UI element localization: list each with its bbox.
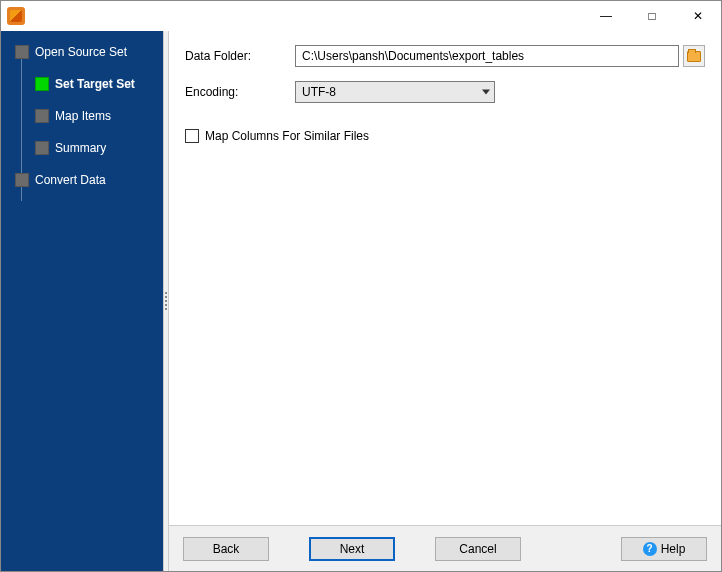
sidebar-item-label: Open Source Set — [35, 45, 127, 59]
data-folder-label: Data Folder: — [185, 49, 295, 63]
sidebar-item-summary[interactable]: Summary — [1, 135, 163, 161]
map-columns-checkbox[interactable] — [185, 129, 199, 143]
map-columns-row[interactable]: Map Columns For Similar Files — [185, 129, 705, 143]
close-button[interactable]: ✕ — [675, 1, 721, 31]
step-box-icon — [35, 141, 49, 155]
encoding-select-value: UTF-8 — [295, 81, 495, 103]
sidebar-item-convert-data[interactable]: Convert Data — [1, 167, 163, 193]
app-icon — [7, 7, 25, 25]
encoding-label: Encoding: — [185, 85, 295, 99]
back-button-label: Back — [213, 542, 240, 556]
next-button-label: Next — [340, 542, 365, 556]
sidebar-item-label: Set Target Set — [55, 77, 135, 91]
sidebar-item-map-items[interactable]: Map Items — [1, 103, 163, 129]
cancel-button-label: Cancel — [459, 542, 496, 556]
browse-folder-button[interactable] — [683, 45, 705, 67]
encoding-select[interactable]: UTF-8 — [295, 81, 495, 103]
wizard-sidebar: Open Source Set Set Target Set Map Items… — [1, 31, 163, 571]
sidebar-item-set-target-set[interactable]: Set Target Set — [1, 71, 163, 97]
data-folder-input[interactable] — [295, 45, 679, 67]
window-controls: — □ ✕ — [583, 1, 721, 31]
cancel-button[interactable]: Cancel — [435, 537, 521, 561]
next-button[interactable]: Next — [309, 537, 395, 561]
help-button[interactable]: ? Help — [621, 537, 707, 561]
back-button[interactable]: Back — [183, 537, 269, 561]
maximize-button[interactable]: □ — [629, 1, 675, 31]
sidebar-item-label: Map Items — [55, 109, 111, 123]
step-box-icon — [15, 173, 29, 187]
data-folder-row: Data Folder: — [185, 45, 705, 67]
encoding-row: Encoding: UTF-8 — [185, 81, 705, 103]
sidebar-item-label: Summary — [55, 141, 106, 155]
step-box-icon — [15, 45, 29, 59]
chevron-down-icon — [482, 90, 490, 95]
button-bar: Back Next Cancel ? Help — [169, 525, 721, 571]
map-columns-label: Map Columns For Similar Files — [205, 129, 369, 143]
sidebar-item-open-source-set[interactable]: Open Source Set — [1, 39, 163, 65]
main-panel: Data Folder: Encoding: UTF-8 Map Columns… — [169, 31, 721, 571]
sidebar-item-label: Convert Data — [35, 173, 106, 187]
step-box-icon — [35, 77, 49, 91]
titlebar: — □ ✕ — [1, 1, 721, 31]
help-button-label: Help — [661, 542, 686, 556]
minimize-button[interactable]: — — [583, 1, 629, 31]
folder-icon — [687, 51, 701, 62]
encoding-value-text: UTF-8 — [302, 85, 336, 99]
step-box-icon — [35, 109, 49, 123]
content: Open Source Set Set Target Set Map Items… — [1, 31, 721, 571]
help-icon: ? — [643, 542, 657, 556]
form-area: Data Folder: Encoding: UTF-8 Map Columns… — [169, 31, 721, 525]
